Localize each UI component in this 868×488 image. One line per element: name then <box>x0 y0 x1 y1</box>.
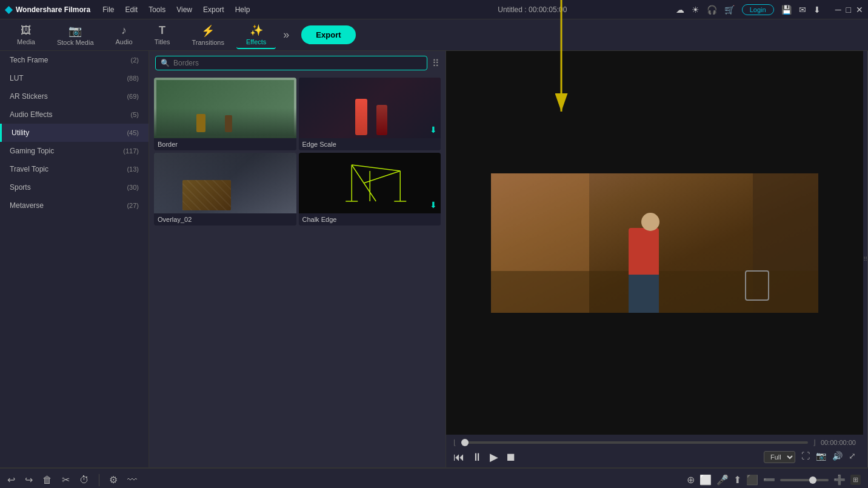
play-button[interactable]: ▶ <box>490 450 498 464</box>
search-input[interactable] <box>173 59 422 67</box>
expand-icon[interactable]: ⤢ <box>849 451 856 463</box>
app-name: Wondershare Filmora <box>16 5 90 14</box>
zoom-bar[interactable] <box>780 479 829 481</box>
toolbar-media-label: Media <box>17 38 35 45</box>
effect-overlay02-label: Overlay_02 <box>154 213 296 226</box>
sidebar-item-tech-frame[interactable]: Tech Frame (2) <box>0 51 149 69</box>
main-area: Tech Frame (2) LUT (88) AR Stickers (69)… <box>0 51 868 467</box>
toolbar-stock-label: Stock Media <box>57 39 94 46</box>
cut-button[interactable]: ✂ <box>62 474 70 486</box>
sidebar-travel-label: Travel Topic <box>10 165 48 173</box>
zoom-handle[interactable] <box>809 476 816 484</box>
sidebar-item-sports[interactable]: Sports (30) <box>0 178 149 196</box>
sidebar-item-metaverse[interactable]: Metaverse (27) <box>0 196 149 215</box>
menu-file[interactable]: File <box>102 5 114 14</box>
menu-help[interactable]: Help <box>235 5 250 14</box>
effect-border[interactable]: Border <box>154 78 296 150</box>
preview-video <box>446 51 863 435</box>
grid-view-icon[interactable]: ⠿ <box>432 58 439 69</box>
chalk-edge-download-icon[interactable]: ⬇ <box>430 200 437 210</box>
zoom-in-area-icon[interactable]: ⊕ <box>687 474 695 486</box>
scrub-handle[interactable] <box>461 439 469 446</box>
timer-button[interactable]: ⏱ <box>79 475 89 486</box>
sidebar-item-utility[interactable]: Utility (45) <box>0 124 149 142</box>
login-button[interactable]: Login <box>742 4 774 15</box>
snapshot-icon[interactable]: 📷 <box>816 451 826 463</box>
toolbar-effects[interactable]: ✨ Effects <box>236 21 276 49</box>
sidebar-audio-effects-label: Audio Effects <box>10 110 53 119</box>
effect-edge-scale[interactable]: ⬇ Edge Scale <box>299 78 441 150</box>
panel-resize-handle[interactable]: ⠿ <box>863 51 868 467</box>
sidebar-item-gaming-topic[interactable]: Gaming Topic (117) <box>0 142 149 160</box>
sidebar-gaming-label: Gaming Topic <box>10 147 54 155</box>
effect-chalk-edge-thumb: ⬇ <box>299 153 441 213</box>
pause-button[interactable]: ⏸ <box>472 451 482 464</box>
redo-button[interactable]: ↪ <box>25 474 33 486</box>
sidebar-utility-label: Utility <box>12 129 29 137</box>
headset-icon[interactable]: 🎧 <box>707 5 717 15</box>
menu-edit[interactable]: Edit <box>125 5 138 14</box>
toolbar-audio-label: Audio <box>116 38 133 45</box>
search-input-wrap[interactable]: 🔍 <box>155 56 427 70</box>
sidebar-item-travel-topic[interactable]: Travel Topic (13) <box>0 160 149 178</box>
edge-scale-download-icon[interactable]: ⬇ <box>430 125 437 135</box>
titles-icon: T <box>159 24 165 37</box>
toolbar-media[interactable]: 🖼 Media <box>7 22 45 48</box>
search-icon: 🔍 <box>161 59 170 67</box>
toolbar-expand-icon[interactable]: » <box>283 28 289 41</box>
sidebar-tech-frame-count: (2) <box>131 56 139 64</box>
audio-waves-button[interactable]: 〰 <box>127 475 137 486</box>
undo-button[interactable]: ↩ <box>7 474 15 486</box>
volume-icon[interactable]: 🔊 <box>832 451 843 463</box>
preview-panel: ⌊ ⌋ 00:00:00:00 ⏮ ⏸ ▶ ⏹ Full 1/2 1/4 <box>446 51 863 467</box>
step-back-button[interactable]: ⏮ <box>453 451 464 464</box>
scrub-bar[interactable] <box>461 441 808 444</box>
sidebar-item-lut[interactable]: LUT (88) <box>0 69 149 87</box>
preview-icons: Full 1/2 1/4 ⛶ 📷 🔊 ⤢ <box>764 451 856 463</box>
menu-export[interactable]: Export <box>203 5 224 14</box>
pip-icon[interactable]: ⬛ <box>746 474 758 486</box>
toolbar-stock-media[interactable]: 📷 Stock Media <box>47 22 104 48</box>
track-add-icon[interactable]: ⬆ <box>733 474 741 486</box>
quality-select[interactable]: Full 1/2 1/4 <box>764 451 795 463</box>
menu-view[interactable]: View <box>176 5 192 14</box>
fit-icon[interactable]: ⊞ <box>850 475 861 485</box>
mic-icon[interactable]: 🎤 <box>716 474 729 486</box>
sidebar-lut-count: (88) <box>127 75 139 82</box>
close-button[interactable]: ✕ <box>856 5 863 15</box>
sidebar-item-ar-stickers[interactable]: AR Stickers (69) <box>0 87 149 105</box>
menu-tools[interactable]: Tools <box>149 5 165 14</box>
toolbar-audio[interactable]: ♪ Audio <box>106 22 142 48</box>
zoom-in-button[interactable]: ➕ <box>833 474 846 486</box>
cart-icon[interactable]: 🛒 <box>724 5 735 15</box>
toolbar-titles[interactable]: T Titles <box>145 22 180 48</box>
sidebar-tech-frame-label: Tech Frame <box>10 56 48 64</box>
toolbar-transitions[interactable]: ⚡ Transitions <box>182 22 234 48</box>
zoom-out-button[interactable]: ➖ <box>763 474 775 486</box>
fullscreen-icon[interactable]: ⛶ <box>801 451 810 463</box>
mail-icon[interactable]: ✉ <box>799 5 806 15</box>
effect-chalk-edge[interactable]: ⬇ Chalk Edge <box>299 153 441 226</box>
crop-icon[interactable]: ⬜ <box>699 474 712 486</box>
sidebar-item-audio-effects[interactable]: Audio Effects (5) <box>0 105 149 124</box>
effects-panel: 🔍 ⠿ Border <box>149 51 446 467</box>
sidebar-metaverse-count: (27) <box>127 202 139 209</box>
titlebar: ◆ Wondershare Filmora File Edit Tools Vi… <box>0 0 868 19</box>
stop-button[interactable]: ⏹ <box>506 451 516 464</box>
cloud-icon[interactable]: ☁ <box>676 5 684 15</box>
toolbar-titles-label: Titles <box>155 38 170 45</box>
maximize-button[interactable]: □ <box>846 5 851 15</box>
save-icon[interactable]: 💾 <box>781 5 792 15</box>
effects-icon: ✨ <box>250 24 263 37</box>
titlebar-right: ☁ ☀ 🎧 🛒 Login 💾 ✉ ⬇ ─ □ ✕ <box>676 4 863 15</box>
sidebar-utility-count: (45) <box>127 129 139 136</box>
effect-overlay02[interactable]: Overlay_02 <box>154 153 296 226</box>
sun-icon[interactable]: ☀ <box>692 5 699 15</box>
export-button[interactable]: Export <box>301 25 355 44</box>
adjust-button[interactable]: ⚙ <box>109 474 118 486</box>
minimize-button[interactable]: ─ <box>835 5 841 15</box>
toolbar-effects-label: Effects <box>246 38 266 45</box>
app-logo-icon: ◆ <box>5 4 12 15</box>
download-icon[interactable]: ⬇ <box>813 5 821 15</box>
delete-button[interactable]: 🗑 <box>42 475 52 486</box>
